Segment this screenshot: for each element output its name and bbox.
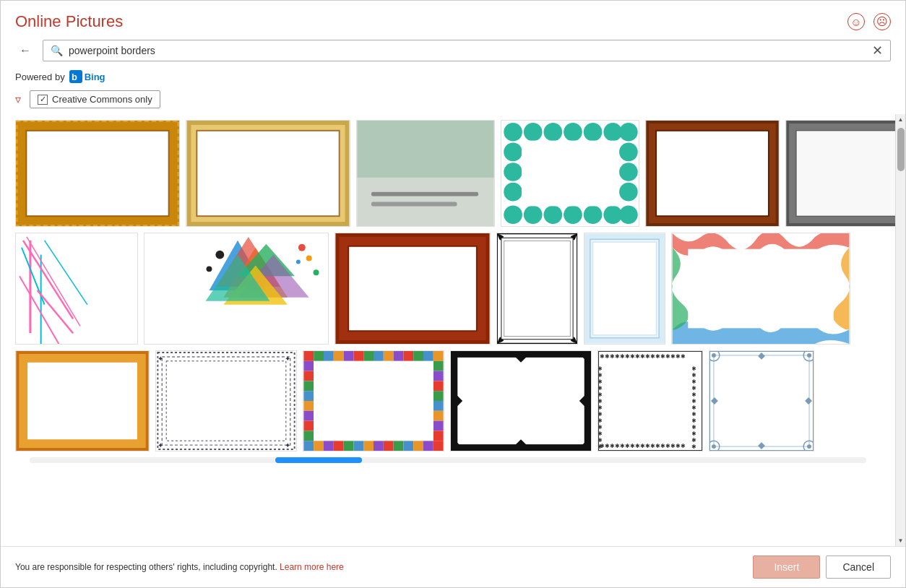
list-item[interactable] bbox=[15, 350, 150, 451]
image-row-1 bbox=[15, 120, 881, 227]
svg-rect-119 bbox=[344, 441, 354, 451]
svg-rect-114 bbox=[433, 351, 444, 361]
list-item[interactable] bbox=[709, 350, 814, 451]
svg-point-21 bbox=[564, 123, 582, 142]
list-item[interactable] bbox=[356, 120, 495, 227]
svg-rect-116 bbox=[314, 441, 324, 451]
list-item[interactable] bbox=[450, 350, 592, 451]
svg-point-37 bbox=[619, 183, 638, 202]
svg-rect-130 bbox=[303, 371, 314, 381]
svg-rect-137 bbox=[433, 361, 444, 371]
svg-text:✦: ✦ bbox=[158, 441, 163, 449]
svg-rect-123 bbox=[384, 441, 394, 451]
smile-icon[interactable]: ☺ bbox=[847, 13, 865, 30]
list-item[interactable] bbox=[671, 233, 850, 345]
svg-point-68 bbox=[296, 260, 301, 264]
svg-rect-83 bbox=[593, 242, 656, 335]
svg-point-31 bbox=[619, 205, 638, 224]
list-item[interactable] bbox=[501, 120, 639, 227]
search-row: ← 🔍 ✕ bbox=[1, 37, 905, 67]
creative-commons-filter[interactable]: ✓ Creative Commons only bbox=[30, 90, 160, 108]
svg-rect-105 bbox=[344, 351, 354, 361]
bing-icon: b bbox=[69, 70, 82, 83]
svg-rect-13 bbox=[357, 121, 493, 178]
svg-rect-111 bbox=[403, 351, 413, 361]
learn-more-link[interactable]: Learn more here bbox=[280, 562, 344, 572]
footer-notice-text: You are responsible for respecting other… bbox=[15, 562, 277, 572]
svg-rect-110 bbox=[394, 351, 404, 361]
svg-text:✦: ✦ bbox=[158, 355, 163, 363]
scrollbar-thumb[interactable] bbox=[275, 457, 362, 463]
list-item[interactable] bbox=[584, 233, 665, 345]
vertical-scrollbar[interactable]: ▲ ▼ bbox=[895, 114, 905, 546]
svg-point-174 bbox=[712, 444, 716, 449]
insert-button[interactable]: Insert bbox=[753, 555, 820, 579]
list-item[interactable] bbox=[645, 120, 780, 227]
list-item[interactable] bbox=[15, 120, 180, 227]
list-item[interactable] bbox=[785, 120, 895, 227]
search-box: 🔍 ✕ bbox=[43, 40, 891, 61]
list-item[interactable] bbox=[186, 120, 350, 227]
svg-rect-112 bbox=[413, 351, 423, 361]
powered-by-label: Powered by bbox=[15, 72, 65, 82]
svg-rect-38 bbox=[522, 141, 618, 207]
svg-rect-126 bbox=[413, 441, 423, 451]
dialog-title: Online Pictures bbox=[15, 12, 123, 31]
horizontal-scrollbar[interactable] bbox=[30, 457, 866, 463]
filter-icon[interactable]: ▿ bbox=[15, 92, 21, 106]
svg-rect-121 bbox=[363, 441, 374, 451]
svg-rect-142 bbox=[433, 411, 444, 421]
bing-text: Bing bbox=[85, 72, 105, 82]
svg-rect-10 bbox=[197, 131, 339, 216]
footer-notice: You are responsible for respecting other… bbox=[15, 562, 344, 572]
footer: You are responsible for respecting other… bbox=[1, 546, 905, 587]
svg-rect-106 bbox=[353, 351, 363, 361]
svg-rect-75 bbox=[348, 246, 477, 331]
svg-rect-134 bbox=[303, 411, 314, 421]
search-input[interactable] bbox=[69, 45, 866, 56]
svg-rect-135 bbox=[303, 421, 314, 431]
search-icon: 🔍 bbox=[51, 45, 63, 56]
bing-logo: b Bing bbox=[69, 70, 105, 83]
list-item[interactable] bbox=[15, 233, 138, 345]
scroll-up-arrow[interactable]: ▲ bbox=[896, 114, 905, 125]
list-item[interactable] bbox=[303, 350, 444, 451]
svg-rect-117 bbox=[324, 441, 334, 451]
svg-point-27 bbox=[544, 205, 563, 224]
svg-rect-129 bbox=[303, 361, 314, 371]
svg-point-28 bbox=[564, 205, 582, 224]
list-item[interactable]: ✦ ✦ ✦ ✦ bbox=[155, 350, 297, 451]
svg-rect-144 bbox=[433, 431, 444, 441]
svg-point-36 bbox=[619, 163, 638, 181]
header-icons: ☺ ☹ bbox=[847, 13, 891, 30]
svg-rect-103 bbox=[324, 351, 334, 361]
cc-checkbox[interactable]: ✓ bbox=[38, 95, 48, 105]
frown-icon[interactable]: ☹ bbox=[873, 13, 891, 30]
svg-point-29 bbox=[584, 205, 603, 224]
cancel-button[interactable]: Cancel bbox=[826, 555, 891, 579]
list-item[interactable]: ✱✱✱✱✱✱✱✱✱✱✱✱✱✱✱✱✱ ✱✱✱✱✱✱✱✱✱✱✱✱✱✱✱✱✱ ✱✱✱✱… bbox=[597, 350, 703, 451]
svg-rect-16 bbox=[371, 202, 457, 206]
image-row-2 bbox=[15, 233, 881, 345]
svg-text:b: b bbox=[72, 72, 77, 82]
list-item[interactable] bbox=[335, 233, 491, 345]
svg-rect-120 bbox=[353, 441, 363, 451]
svg-rect-133 bbox=[303, 401, 314, 411]
svg-rect-108 bbox=[374, 351, 384, 361]
svg-rect-107 bbox=[363, 351, 374, 361]
list-item[interactable] bbox=[144, 233, 329, 345]
svg-rect-145 bbox=[314, 361, 433, 441]
list-item[interactable] bbox=[496, 233, 578, 345]
clear-button[interactable]: ✕ bbox=[872, 44, 883, 57]
back-button[interactable]: ← bbox=[15, 43, 35, 59]
scrollbar-thumb-v[interactable] bbox=[897, 128, 905, 171]
svg-point-33 bbox=[504, 163, 522, 181]
svg-rect-143 bbox=[433, 421, 444, 431]
svg-rect-138 bbox=[433, 371, 444, 381]
svg-rect-125 bbox=[403, 441, 413, 451]
svg-rect-131 bbox=[303, 381, 314, 391]
scroll-down-arrow[interactable]: ▼ bbox=[896, 535, 905, 546]
svg-text:✱✱✱✱✱✱✱✱✱✱✱✱✱✱✱✱✱: ✱✱✱✱✱✱✱✱✱✱✱✱✱✱✱✱✱ bbox=[600, 353, 686, 360]
svg-point-34 bbox=[504, 183, 522, 202]
image-row-3: ✦ ✦ ✦ ✦ bbox=[15, 350, 881, 451]
